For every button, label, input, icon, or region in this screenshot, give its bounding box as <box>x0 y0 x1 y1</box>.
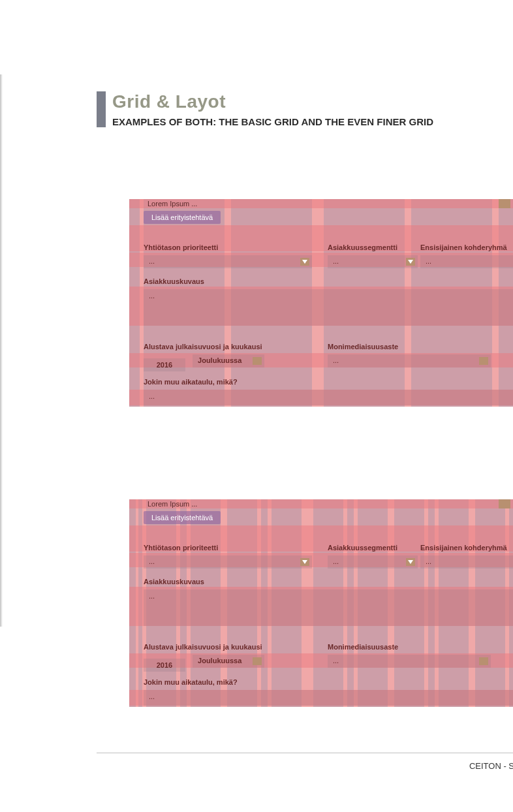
edit-icon[interactable] <box>499 499 510 508</box>
svg-marker-0 <box>302 260 307 264</box>
label-schedule: Jokin muu aikataulu, mikä? <box>144 678 238 686</box>
year-input[interactable]: 2016 <box>144 659 185 672</box>
example-finer-grid: Lorem Ipsum ... Lisää erityistehtävä Yht… <box>129 499 513 707</box>
lorem-text: Lorem Ipsum ... <box>148 499 197 508</box>
label-schedule: Jokin muu aikataulu, mikä? <box>144 378 238 386</box>
label-multimedia: Monimediaisuusaste <box>328 643 504 651</box>
label-target: Ensisijainen kohderyhmä <box>420 544 513 552</box>
year-input[interactable]: 2016 <box>144 358 185 371</box>
dropdown-priority[interactable]: ... <box>144 555 312 569</box>
label-multimedia: Monimediaisuusaste <box>328 343 504 351</box>
label-target: Ensisijainen kohderyhmä <box>420 243 513 251</box>
label-segment: Asiakkuussegmentti <box>328 243 418 251</box>
svg-marker-1 <box>408 260 413 264</box>
lorem-text: Lorem Ipsum ... <box>148 199 197 208</box>
textarea-schedule[interactable]: ... <box>144 390 513 405</box>
dropdown-multimedia[interactable]: ... <box>328 655 491 668</box>
dropdown-month[interactable]: Joulukuussa <box>193 655 264 668</box>
page-subtitle: EXAMPLES OF BOTH: THE BASIC GRID AND THE… <box>112 116 433 127</box>
title-accent-bar <box>97 91 106 127</box>
dropdown-month[interactable]: Joulukuussa <box>193 354 264 367</box>
label-description: Asiakkuuskuvaus <box>144 578 204 586</box>
chevron-down-icon <box>300 558 309 566</box>
dropdown-target[interactable]: ... <box>420 555 513 569</box>
edit-icon[interactable] <box>499 199 510 208</box>
chevron-down-icon <box>406 258 415 266</box>
chevron-down-icon <box>253 657 262 665</box>
dropdown-multimedia[interactable]: ... <box>328 354 491 367</box>
page-title: Grid & Layot <box>112 91 433 112</box>
svg-marker-3 <box>408 560 413 564</box>
chevron-down-icon <box>253 357 262 365</box>
dropdown-segment[interactable]: ... <box>328 555 418 569</box>
textarea-schedule[interactable]: ... <box>144 690 513 706</box>
label-segment: Asiakkuussegmentti <box>328 544 418 552</box>
label-description: Asiakkuuskuvaus <box>144 277 204 285</box>
label-priority: Yhtiötason prioriteetti <box>144 544 312 552</box>
label-priority: Yhtiötason prioriteetti <box>144 243 312 251</box>
dropdown-segment[interactable]: ... <box>328 255 418 268</box>
add-special-task-button[interactable]: Lisää erityistehtävä <box>144 511 221 524</box>
textarea-description[interactable]: ... <box>144 289 513 326</box>
chevron-down-icon <box>479 357 488 365</box>
label-release: Alustava julkaisuvuosi ja kuukausi <box>144 643 312 651</box>
svg-marker-2 <box>302 560 307 564</box>
label-release: Alustava julkaisuvuosi ja kuukausi <box>144 343 312 351</box>
dropdown-target[interactable]: ... <box>420 255 513 268</box>
add-special-task-button[interactable]: Lisää erityistehtävä <box>144 211 221 224</box>
title-block: Grid & Layot EXAMPLES OF BOTH: THE BASIC… <box>97 91 513 127</box>
example-basic-grid: Lorem Ipsum ... Lisää erityistehtävä Yht… <box>129 199 513 407</box>
chevron-down-icon <box>406 558 415 566</box>
textarea-description[interactable]: ... <box>144 589 513 626</box>
chevron-down-icon <box>300 258 309 266</box>
footer-text: CEITON - S <box>0 753 513 771</box>
dropdown-priority[interactable]: ... <box>144 255 312 268</box>
chevron-down-icon <box>479 657 488 665</box>
